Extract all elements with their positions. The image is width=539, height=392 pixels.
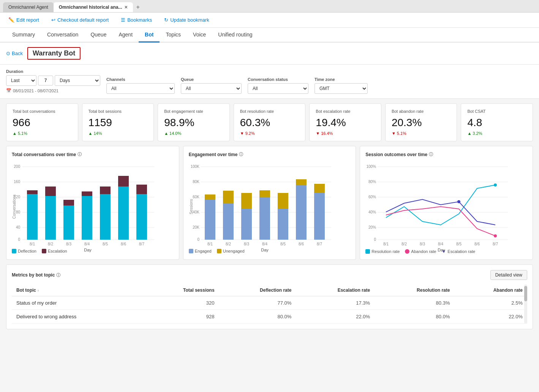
resolution-value: 80.0%: [375, 310, 454, 324]
conversation-status-select[interactable]: All: [248, 83, 308, 94]
svg-rect-20: [82, 191, 92, 196]
svg-text:8/3: 8/3: [66, 242, 71, 246]
svg-text:8/2: 8/2: [226, 242, 231, 246]
deflection-legend-label: Deflection: [18, 249, 36, 253]
page-header: ⊙ Back Warranty Bot: [0, 43, 539, 65]
abandon-legend-dot: [405, 249, 409, 254]
resolution-legend-label: Resolution rate: [371, 249, 400, 254]
svg-text:100%: 100%: [367, 164, 376, 169]
abandon-value: 2.5%: [454, 296, 527, 310]
browser-tabs: Omnichannel Agent Omnichannel historical…: [0, 0, 539, 13]
col-escalation-rate: Escalation rate: [296, 285, 375, 296]
abandon-legend-label: Abandon rate: [411, 249, 436, 254]
bookmark-icon: ☰: [121, 17, 125, 23]
svg-text:8/5: 8/5: [456, 242, 462, 246]
svg-rect-56: [278, 209, 288, 240]
close-icon[interactable]: ✕: [124, 5, 128, 10]
tab-unified-routing[interactable]: Unified routing: [212, 28, 258, 43]
svg-point-83: [494, 234, 497, 237]
info-icon-engagement[interactable]: ⓘ: [239, 152, 243, 157]
queue-select[interactable]: All: [181, 83, 242, 94]
col-deflection-rate: Deflection rate: [219, 285, 296, 296]
tab-bot[interactable]: Bot: [139, 28, 160, 43]
engaged-legend-dot: [189, 249, 193, 253]
svg-rect-25: [136, 194, 147, 240]
table-row: Status of my order 320 77.0% 17.3% 80.3%…: [12, 296, 527, 310]
update-bookmark-button[interactable]: ↻ Update bookmark: [162, 16, 212, 24]
svg-text:Day: Day: [438, 248, 446, 252]
tab-omnichannel-agent[interactable]: Omnichannel Agent: [3, 2, 54, 12]
conversations-legend: Deflection Escalation: [12, 249, 174, 253]
svg-rect-57: [278, 193, 288, 209]
svg-text:8/7: 8/7: [139, 242, 144, 246]
topic-name: Status of my order: [12, 296, 142, 310]
add-tab-button[interactable]: +: [133, 2, 142, 12]
svg-text:8/5: 8/5: [280, 242, 286, 246]
escalation-value: 17.3%: [296, 296, 375, 310]
kpi-section: Total bot conversations 966 ▲5.1% Total …: [0, 99, 539, 146]
channels-select[interactable]: All: [106, 83, 175, 94]
edit-report-button[interactable]: ✏️ Edit report: [6, 16, 41, 24]
bot-topic-table: Bot topic ↑ Total sessions Deflection ra…: [12, 285, 527, 324]
tab-label: Omnichannel Agent: [8, 5, 48, 10]
tab-conversation[interactable]: Conversation: [41, 28, 85, 43]
sessions-value: 320: [142, 296, 219, 310]
svg-text:160: 160: [14, 180, 20, 184]
svg-text:8/5: 8/5: [103, 242, 108, 246]
timezone-filter: Time zone GMT: [315, 77, 368, 94]
detailed-view-button[interactable]: Detailed view: [490, 270, 527, 280]
scrollbar-track[interactable]: [524, 285, 527, 324]
svg-rect-61: [314, 184, 325, 193]
svg-text:8/6: 8/6: [299, 242, 304, 246]
bookmarks-button[interactable]: ☰ Bookmarks: [119, 16, 154, 24]
svg-rect-22: [100, 187, 111, 194]
col-resolution-rate: Resolution rate: [375, 285, 454, 296]
svg-rect-59: [296, 179, 307, 185]
resolution-value: 80.3%: [375, 296, 454, 310]
svg-rect-21: [100, 194, 111, 240]
checkout-default-button[interactable]: ↩ Checkout default report: [49, 16, 111, 24]
col-bot-topic: Bot topic ↑: [12, 285, 142, 296]
duration-type-select[interactable]: Last: [6, 75, 36, 86]
svg-rect-23: [118, 187, 129, 240]
duration-unit-select[interactable]: Days: [55, 75, 100, 86]
info-icon-outcomes[interactable]: ⓘ: [429, 152, 433, 157]
svg-text:8/2: 8/2: [48, 242, 53, 246]
col-total-sessions: Total sessions: [142, 285, 219, 296]
back-button[interactable]: ⊙ Back: [6, 51, 23, 56]
svg-rect-15: [45, 196, 56, 240]
timezone-select[interactable]: GMT: [315, 83, 368, 94]
tab-agent[interactable]: Agent: [112, 28, 139, 43]
tab-omnichannel-historical[interactable]: Omnichannel historical ana... ✕: [54, 2, 133, 12]
tab-queue[interactable]: Queue: [84, 28, 112, 43]
escalation-legend-label: Escalation: [48, 249, 67, 253]
tab-voice[interactable]: Voice: [187, 28, 212, 43]
sessions-value: 928: [142, 310, 219, 324]
nav-tabs: Summary Conversation Queue Agent Bot Top…: [0, 28, 539, 43]
svg-rect-19: [82, 196, 92, 240]
svg-rect-58: [296, 185, 307, 240]
scrollbar-thumb[interactable]: [524, 286, 527, 301]
edit-icon: ✏️: [8, 17, 14, 23]
info-icon-conversations[interactable]: ⓘ: [77, 152, 82, 157]
svg-text:80K: 80K: [193, 180, 199, 184]
duration-value-input[interactable]: [38, 76, 53, 85]
metrics-by-bot-topic: Metrics by bot topic ⓘ Detailed view Bot…: [6, 264, 533, 329]
line-chart-outcomes: 100% 80% 60% 40% 20% 0: [365, 161, 510, 245]
tab-summary[interactable]: Summary: [6, 28, 41, 43]
svg-rect-60: [314, 193, 325, 240]
sort-icon[interactable]: ↑: [37, 289, 39, 292]
kpi-csat: Bot CSAT 4.8 ▲3.2%: [461, 103, 533, 141]
total-conversations-chart: Total conversations over time ⓘ 200 160 …: [6, 146, 179, 260]
svg-rect-49: [205, 194, 215, 199]
outcomes-legend: Resolution rate Abandon rate ▼ Escalatio…: [365, 249, 527, 254]
svg-text:20%: 20%: [368, 225, 376, 229]
svg-rect-26: [136, 185, 147, 194]
svg-text:Day: Day: [261, 248, 269, 252]
tab-topics[interactable]: Topics: [160, 28, 187, 43]
info-icon-metrics[interactable]: ⓘ: [56, 272, 60, 278]
unengaged-legend-dot: [217, 249, 221, 253]
col-abandon-rate: Abandon rate: [454, 285, 527, 296]
deflection-value: 80.0%: [219, 310, 296, 324]
svg-rect-18: [63, 200, 74, 205]
